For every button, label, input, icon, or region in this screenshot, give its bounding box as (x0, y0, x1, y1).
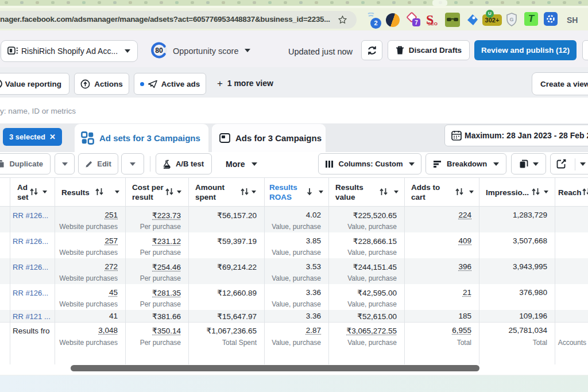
svg-text:7: 7 (415, 20, 418, 26)
svg-text:G: G (509, 17, 513, 22)
svg-text:80: 80 (155, 46, 163, 55)
